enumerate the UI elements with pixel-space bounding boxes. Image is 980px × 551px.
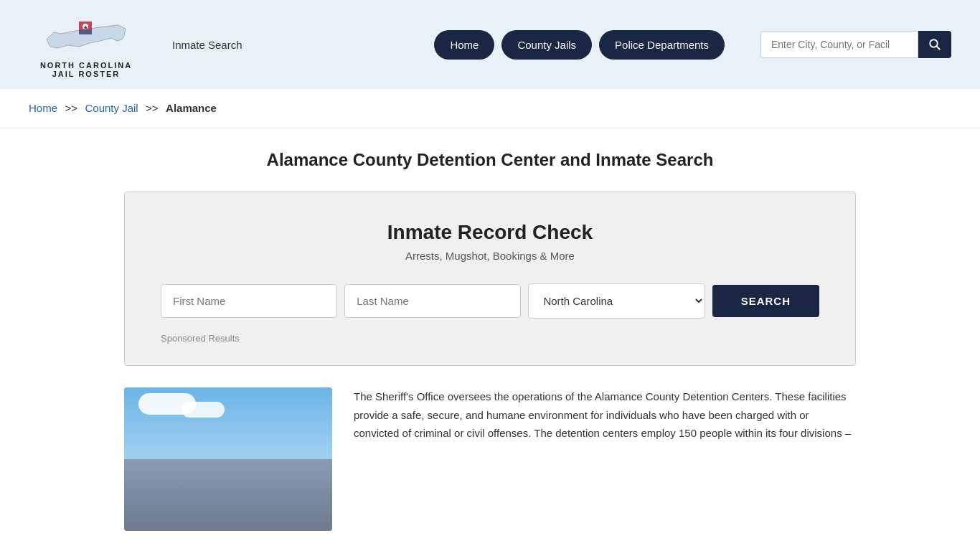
- facility-description: The Sheriff's Office oversees the operat…: [354, 387, 856, 443]
- svg-rect-2: [79, 30, 92, 34]
- search-icon: [928, 38, 941, 51]
- header-search-area: [760, 31, 951, 58]
- bottom-section: The Sheriff's Office oversees the operat…: [124, 387, 856, 531]
- nc-logo-image: ★: [39, 11, 133, 61]
- svg-line-6: [936, 46, 940, 50]
- inmate-search-link[interactable]: Inmate Search: [172, 39, 242, 51]
- site-header: ★ NORTH CAROLINA JAIL ROSTER Inmate Sear…: [0, 0, 980, 89]
- cloud-2: [182, 402, 225, 418]
- page-title: Alamance County Detention Center and Inm…: [124, 150, 856, 170]
- ground-bg: [124, 459, 332, 531]
- nav-county-jails-button[interactable]: County Jails: [501, 30, 592, 60]
- last-name-input[interactable]: [344, 284, 521, 318]
- first-name-input[interactable]: [161, 284, 337, 318]
- inmate-search-form: North CarolinaAlabamaAlaskaArizonaArkans…: [161, 283, 819, 319]
- main-nav: Home County Jails Police Departments: [434, 30, 725, 60]
- breadcrumb-home[interactable]: Home: [29, 102, 57, 114]
- facility-image: [124, 387, 332, 531]
- nav-police-departments-button[interactable]: Police Departments: [599, 30, 725, 60]
- nav-home-button[interactable]: Home: [434, 30, 494, 60]
- breadcrumb-sep2: >>: [146, 102, 159, 114]
- svg-text:★: ★: [83, 25, 88, 30]
- main-content: Alamance County Detention Center and Inm…: [95, 150, 885, 531]
- record-check-title: Inmate Record Check: [161, 221, 819, 244]
- logo-text-line1: NORTH CAROLINA: [40, 61, 132, 70]
- breadcrumb-current: Alamance: [166, 102, 217, 114]
- breadcrumb-county-jail[interactable]: County Jail: [85, 102, 138, 114]
- breadcrumb: Home >> County Jail >> Alamance: [0, 89, 980, 128]
- logo-area: ★ NORTH CAROLINA JAIL ROSTER: [29, 11, 143, 78]
- record-check-box: Inmate Record Check Arrests, Mugshot, Bo…: [124, 192, 856, 366]
- logo-text-line2: JAIL ROSTER: [52, 70, 121, 78]
- header-search-input[interactable]: [760, 31, 918, 58]
- record-check-subtitle: Arrests, Mugshot, Bookings & More: [161, 250, 819, 262]
- state-select[interactable]: North CarolinaAlabamaAlaskaArizonaArkans…: [528, 283, 705, 319]
- header-search-button[interactable]: [918, 31, 951, 58]
- breadcrumb-sep1: >>: [65, 102, 77, 114]
- sponsored-label: Sponsored Results: [161, 333, 819, 344]
- search-submit-button[interactable]: SEARCH: [712, 285, 819, 317]
